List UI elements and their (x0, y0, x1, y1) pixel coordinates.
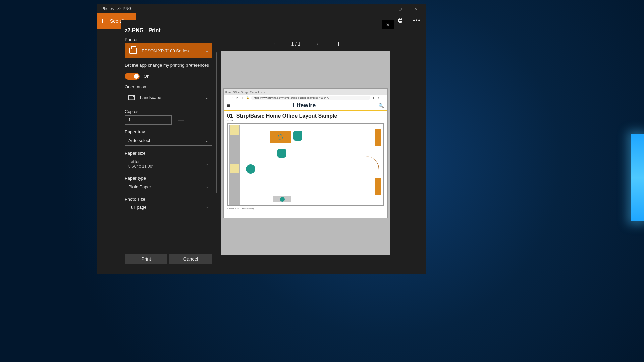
next-page-button[interactable]: → (314, 41, 319, 47)
print-dialog: ✕ z2.PNG - Print Printer EPSON XP-7100 S… (121, 20, 394, 274)
menu-dots-icon: ⋯ (382, 96, 385, 99)
type-label: Paper type (125, 176, 212, 181)
url-text: https://www.lifewire.com/home-office-des… (251, 96, 370, 100)
app-top-icons: ••• (397, 17, 421, 23)
titlebar: Photos - z2.PNG — ▢ ✕ (97, 4, 426, 13)
orientation-select[interactable]: Landscape ⌄ (125, 91, 212, 104)
chevron-down-icon: ⌄ (205, 162, 208, 166)
chevron-down-icon: ⌄ (205, 185, 208, 189)
forward-icon: → (231, 96, 234, 99)
copies-label: Copies (125, 109, 212, 114)
svg-rect-1 (399, 18, 401, 20)
site-brand: Lifewire (230, 102, 378, 109)
floorplan-image (227, 123, 384, 206)
minimize-button[interactable]: — (377, 4, 392, 13)
chevron-down-icon: ⌄ (205, 95, 208, 100)
photosize-value: Full page (128, 205, 146, 210)
print-preview-column: ← 1 / 1 → Home Office Design Examples × … (217, 37, 394, 274)
photos-app-window: Photos - z2.PNG — ▢ ✕ See all ••• ✕ z2.P… (97, 4, 426, 274)
tray-select[interactable]: Auto select ⌄ (125, 136, 212, 146)
close-window-button[interactable]: ✕ (408, 4, 423, 13)
type-select[interactable]: Plain Paper ⌄ (125, 182, 212, 192)
tab-close-icon: × (264, 90, 265, 94)
chevron-down-icon: ⌄ (205, 48, 209, 53)
type-value: Plain Paper (128, 184, 151, 189)
window-title: Photos - z2.PNG (100, 6, 377, 11)
printer-icon (129, 48, 137, 54)
photosize-select[interactable]: Full page ⌄ (125, 203, 212, 211)
reload-icon: ⟳ (236, 96, 239, 99)
close-dialog-button[interactable]: ✕ (382, 20, 394, 29)
preview-pager: ← 1 / 1 → (272, 39, 338, 51)
printer-label: Printer (125, 37, 212, 42)
preview-page: Home Office Design Examples × + ← → ⟳ ⌂ … (221, 51, 390, 255)
hamburger-icon: ≡ (227, 103, 230, 109)
desktop-accent (631, 134, 644, 221)
cancel-button[interactable]: Cancel (169, 254, 212, 264)
page-indicator: 1 / 1 (291, 41, 300, 47)
photosize-label: Photo size (125, 197, 212, 202)
article-subtext: of 09 (224, 119, 387, 123)
home-icon: ⌂ (241, 96, 244, 99)
copies-decrement[interactable]: — (178, 116, 184, 124)
copies-increment[interactable]: ＋ (191, 115, 197, 124)
print-icon[interactable] (397, 17, 404, 23)
lock-icon: 🔒 (246, 96, 249, 99)
avatar-icon: ● (377, 96, 380, 99)
chevron-down-icon: ⌄ (205, 138, 208, 143)
more-icon[interactable]: ••• (413, 17, 421, 23)
chevron-down-icon: ⌄ (205, 205, 208, 209)
maximize-button[interactable]: ▢ (392, 4, 408, 13)
browser-tab: Home Office Design Examples (225, 90, 262, 94)
printer-select[interactable]: EPSON XP-7100 Series ⌄ (125, 43, 212, 58)
fit-page-icon[interactable] (333, 42, 339, 46)
tray-label: Paper tray (125, 129, 212, 134)
search-icon: 🔍 (378, 103, 384, 108)
article-title: Strip/Basic Home Office Layout Sample (236, 113, 337, 119)
tray-value: Auto select (128, 138, 150, 143)
browser-addressbar: ← → ⟳ ⌂ 🔒 https://www.lifewire.com/home-… (224, 95, 387, 101)
printer-value: EPSON XP-7100 Series (142, 48, 189, 53)
photo-icon (102, 19, 107, 23)
printing-preference-text: Let the app change my printing preferenc… (125, 63, 212, 68)
size-select[interactable]: Letter 8.50" x 11.00" ⌄ (125, 157, 212, 171)
print-settings-column: Printer EPSON XP-7100 Series ⌄ Let the a… (121, 37, 215, 274)
dialog-title: z2.PNG - Print (121, 20, 394, 37)
ext-icon: ◧ (372, 96, 375, 99)
size-label: Paper size (125, 150, 212, 156)
back-icon: ← (226, 96, 229, 99)
copies-input[interactable] (125, 115, 172, 125)
preference-toggle[interactable] (125, 73, 140, 80)
size-value: Letter (128, 159, 140, 164)
browser-tabbar: Home Office Design Examples × + (224, 89, 387, 95)
prev-page-button[interactable]: ← (272, 41, 278, 47)
preview-document: Home Office Design Examples × + ← → ⟳ ⌂ … (223, 88, 388, 218)
toggle-state-label: On (144, 74, 149, 79)
orientation-value: Landscape (140, 95, 161, 100)
new-tab-icon: + (267, 90, 269, 94)
size-subtext: 8.50" x 11.00" (128, 164, 154, 169)
article-number: 01 (227, 113, 233, 119)
settings-scrollbar[interactable] (215, 37, 217, 274)
orientation-label: Orientation (125, 84, 212, 89)
image-credit: Lifewire / C. Roseberry (224, 206, 387, 212)
print-button[interactable]: Print (125, 254, 167, 264)
landscape-icon (128, 95, 135, 100)
